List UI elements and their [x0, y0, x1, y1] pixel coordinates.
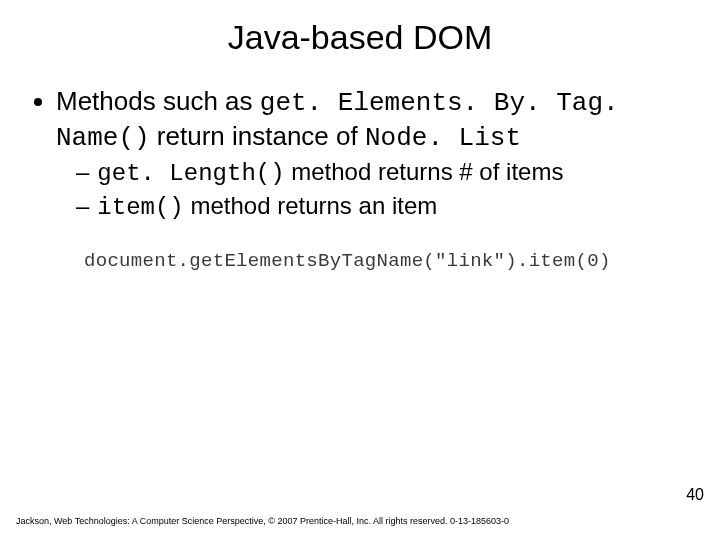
dash-icon: – — [76, 156, 89, 188]
bullet-level1: Methods such as get. Elements. By. Tag. … — [34, 85, 686, 156]
sub-bullet-1: – get. Length() method returns # of item… — [76, 156, 686, 190]
bullet-text: Methods such as get. Elements. By. Tag. … — [56, 85, 686, 156]
sub-bullets: – get. Length() method returns # of item… — [34, 156, 686, 225]
sub-bullet-1-text: get. Length() method returns # of items — [97, 156, 563, 190]
sub1-rest: method returns # of items — [285, 158, 564, 185]
dash-icon: – — [76, 190, 89, 222]
sub1-code: get. Length() — [97, 160, 284, 187]
sub2-rest: method returns an item — [184, 192, 437, 219]
sub-bullet-2: – item() method returns an item — [76, 190, 686, 224]
bullet-code2: Node. List — [365, 123, 521, 153]
slide: Java-based DOM Methods such as get. Elem… — [0, 0, 720, 540]
sub2-code: item() — [97, 194, 183, 221]
code-example: document.getElementsByTagName("link").it… — [34, 224, 686, 272]
bullet-pre: Methods such as — [56, 86, 260, 116]
sub-bullet-2-text: item() method returns an item — [97, 190, 437, 224]
page-number: 40 — [686, 486, 704, 504]
bullet-marker — [34, 98, 42, 106]
bullet-mid: return instance of — [150, 121, 365, 151]
footer-text: Jackson, Web Technologies: A Computer Sc… — [16, 516, 509, 526]
slide-body: Methods such as get. Elements. By. Tag. … — [0, 57, 720, 272]
slide-title: Java-based DOM — [0, 0, 720, 57]
